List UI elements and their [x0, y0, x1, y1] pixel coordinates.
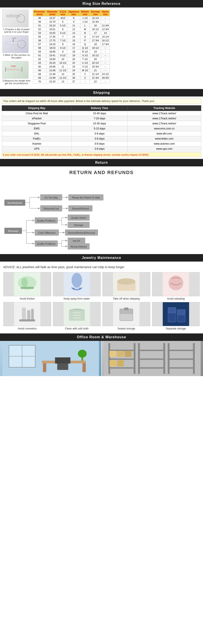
col-japanese: Japanesesize: [67, 10, 80, 16]
jewelry-item-label: Clean with soft cloth: [53, 327, 101, 330]
ring-step-1-text: 1.Prepare a slip of paper and tie it on …: [2, 28, 31, 33]
table-row: 5116.105 1/211L1611 3/4: [33, 24, 110, 28]
svg-rect-137: [117, 360, 124, 366]
svg-marker-30: [66, 208, 68, 209]
table-row: 5216.51612M16 1/212 3/4: [33, 28, 110, 31]
table-row: Singapore Post15-35 dayswww.17track.net/…: [2, 121, 201, 126]
table-row: FedEx3-8 dayswww.fedex.com: [2, 136, 201, 141]
table-row: 5718.19816Q1817 3/4: [33, 42, 110, 46]
svg-text:Please Be Patient To Wait: Please Be Patient To Wait: [72, 196, 100, 199]
svg-marker-18: [38, 196, 40, 198]
jewelry-item: Avoid friction: [3, 272, 51, 300]
svg-rect-130: [168, 358, 194, 360]
return-section: Return RETURN AND REFUNDS Not Received O…: [0, 159, 203, 254]
svg-text:length: length: [11, 65, 16, 67]
svg-rect-91: [19, 319, 35, 322]
jewelry-item-image: [152, 272, 200, 296]
svg-marker-66: [66, 240, 68, 242]
ring-step-2: mark 2.Mark on the junction on the paper: [2, 36, 31, 59]
col-german: Germansize: [90, 10, 101, 16]
col-swiss: Swisssize: [101, 10, 110, 16]
svg-point-5: [18, 40, 26, 48]
svg-marker-44: [66, 217, 68, 218]
svg-text:Color Difference: Color Difference: [38, 232, 55, 234]
jewelry-item-label: Avoid sweating: [152, 297, 200, 300]
return-title: RETURN AND REFUNDS: [4, 170, 198, 176]
svg-rect-89: [27, 310, 30, 321]
jewelry-item-label: Avoid friction: [3, 297, 51, 300]
jewelry-header: Jewelry Maintenance: [0, 254, 203, 262]
ring-size-table: Perimeter(mm) Diameter(mm) U.S.Asize Jap…: [33, 10, 110, 84]
svg-marker-26: [38, 208, 40, 209]
svg-point-1: [17, 14, 25, 22]
svg-point-83: [117, 278, 136, 285]
shipping-note: Your orders will be shipped out within 4…: [2, 98, 201, 104]
jewelry-item-label: Take off when sleeping: [102, 297, 150, 300]
table-row: 6119.419 1/219S 1/219 1/2···: [33, 54, 110, 57]
table-row: UPS3-8 dayswww.ups.com: [2, 146, 201, 152]
svg-text:On The Way: On The Way: [44, 196, 58, 199]
svg-marker-22: [66, 196, 68, 198]
return-header: Return: [0, 159, 203, 166]
svg-rect-90: [31, 309, 34, 321]
jewelry-section: Jewelry Maintenance ADVICE: ALL jewelrie…: [0, 254, 203, 334]
jewelry-item: Separate storage: [152, 302, 200, 330]
svg-text:Quality Defect: Quality Defect: [71, 216, 86, 219]
svg-text:Received: Received: [8, 230, 18, 232]
return-diagram: Not Received On The Way Please Be Patien…: [4, 180, 198, 251]
table-row: 6219.841020T 1/220···: [33, 57, 110, 61]
svg-rect-124: [138, 350, 164, 351]
table-row: 5316.926 1/213N1714: [33, 31, 110, 35]
svg-rect-131: [168, 367, 194, 368]
table-row: 4915.7059J 1/215 3/4···: [33, 20, 110, 24]
svg-text:Resend/Refund/Discount: Resend/Refund/Discount: [68, 232, 95, 234]
svg-point-79: [72, 288, 75, 290]
ring-steps: 1.Prepare a slip of paper and tie it on …: [2, 10, 31, 87]
jewelry-item: Take off when sleeping: [102, 272, 150, 300]
svg-point-75: [21, 278, 28, 287]
office-section: Office Room & Warehouse: [0, 334, 203, 376]
svg-rect-120: [108, 358, 135, 360]
jewelry-item: Avoid cosmetics: [3, 302, 51, 330]
svg-rect-111: [43, 363, 46, 372]
table-row: China Post Air Mail15-45 dayswww.17track…: [2, 111, 201, 116]
table-row: 5918.89918R 1/219···: [33, 50, 110, 54]
ring-step-2-text: 2.Mark on the junction on the paper: [2, 54, 31, 59]
jewelry-item-image: [3, 272, 51, 296]
jewelry-item-image: [53, 272, 101, 296]
table-row: Aramex3-8 dayswww.aramex.com: [2, 141, 201, 146]
svg-rect-105: [177, 310, 185, 315]
svg-marker-60: [32, 243, 35, 244]
shipping-header: Shipping: [0, 89, 203, 96]
jewelry-item-image: [3, 302, 51, 326]
svg-rect-135: [125, 351, 132, 357]
table-row: 5617.757 1/215P17 3/416 1/2: [33, 39, 110, 42]
table-row: EMS5-15 dayswww.ems.com.cn: [2, 126, 201, 131]
jewelry-item-image: [53, 302, 101, 326]
jewelry-item-image: [152, 302, 200, 326]
svg-rect-133: [110, 351, 116, 357]
jewelry-item-label: Separate storage: [152, 327, 200, 330]
ring-step-3-image: length: [2, 61, 28, 79]
svg-point-80: [79, 288, 81, 290]
svg-rect-115: [57, 363, 68, 370]
svg-text:Wrong Delivery: Wrong Delivery: [70, 245, 87, 248]
shipping-table: Shipping WayDelivery TimeTracking Websit…: [2, 105, 201, 152]
table-row: 7022.331327···22···: [33, 80, 110, 84]
svg-rect-8: [6, 68, 22, 70]
table-row: 5818.538 1/217Q 1/218 1/2···: [33, 46, 110, 50]
svg-text:mark: mark: [12, 37, 16, 39]
table-row: 6921.8912 1/226Z21 3/428 3/4: [33, 76, 110, 80]
jewelry-item-label: Sealed storoge: [102, 327, 150, 330]
col-usa: U.S.Asize: [58, 10, 67, 16]
table-row: DHL3-8 dayswww.dhl.com: [2, 131, 201, 136]
col-british: Britishsize: [80, 10, 90, 16]
table-row: 4815.2741/281 1/215 1/4···: [33, 16, 110, 20]
jewelry-item-label: Keep away from water: [53, 297, 101, 300]
svg-marker-70: [66, 246, 68, 247]
col-diameter: Diameter(mm): [46, 10, 58, 16]
jewelry-item: Sealed storoge: [102, 302, 150, 330]
ring-step-3-text: 3.Measure the length then get the circum…: [2, 79, 31, 84]
svg-marker-38: [32, 220, 35, 221]
table-row: 6520.681123V 1/220 3/4···: [33, 65, 110, 68]
